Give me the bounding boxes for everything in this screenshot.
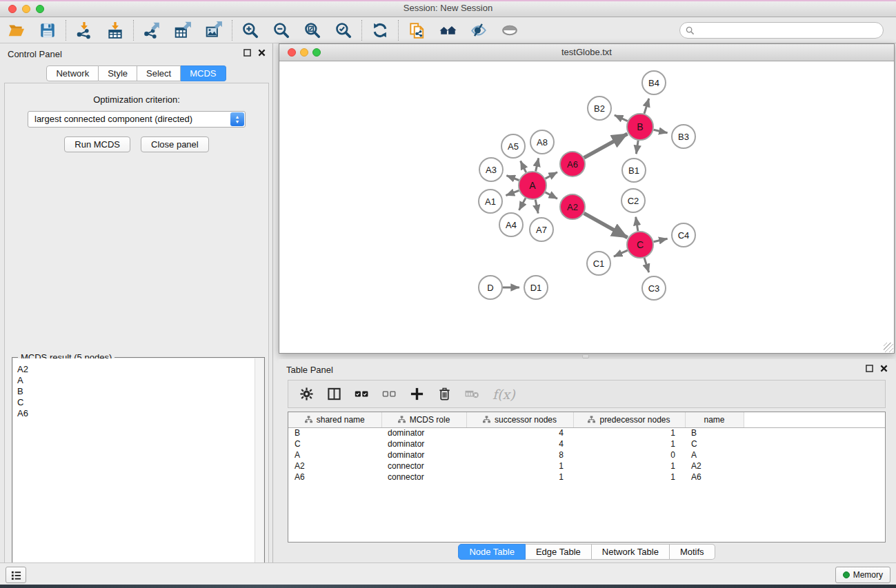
graph-edge-A-A2[interactable] (546, 192, 558, 199)
graph-node-B1[interactable]: B1 (622, 159, 646, 182)
graph-node-B[interactable]: B (627, 114, 653, 140)
table-row[interactable]: Bdominator41B (288, 427, 885, 438)
graph-edge-A-A1[interactable] (506, 190, 519, 195)
node-table[interactable]: shared nameMCDS rolesuccessor nodesprede… (288, 412, 886, 543)
graph-node-C4[interactable]: C4 (672, 223, 695, 247)
graph-edge-A2-C[interactable] (584, 213, 628, 237)
deselect-all-icon[interactable] (382, 387, 397, 401)
tab-network[interactable]: Network (46, 65, 99, 81)
graph-node-B3[interactable]: B3 (672, 125, 695, 148)
memory-button[interactable]: Memory (835, 567, 890, 583)
graph-edge-A6-B[interactable] (584, 134, 628, 158)
graph-edge-B-B2[interactable] (615, 115, 628, 121)
window-resize-grip[interactable] (884, 343, 893, 352)
open-session-button[interactable] (7, 21, 26, 40)
float-panel-icon[interactable] (866, 365, 873, 372)
table-row[interactable]: A2connector11A2 (288, 460, 885, 472)
graph-edge-A-A3[interactable] (506, 176, 519, 181)
float-panel-icon[interactable] (243, 49, 251, 57)
graph-edge-C-C3[interactable] (644, 258, 649, 272)
close-panel-button[interactable]: Close panel (141, 136, 209, 152)
minimize-traffic-light[interactable] (300, 48, 308, 57)
select-all-checked-icon[interactable] (355, 387, 369, 401)
function-builder-icon[interactable]: f(x) (492, 387, 515, 402)
graph-node-A6[interactable]: A6 (560, 152, 585, 176)
graph-edge-C-C1[interactable] (614, 250, 628, 256)
graph-edge-B-B3[interactable] (654, 130, 668, 133)
close-traffic-light[interactable] (8, 5, 17, 13)
tab-style[interactable]: Style (99, 65, 137, 81)
graph-edge-A-A7[interactable] (535, 200, 538, 214)
import-network-button[interactable] (74, 21, 94, 40)
column-header-name[interactable]: name (685, 412, 744, 427)
column-header-predecessor-nodes[interactable]: predecessor nodes (573, 412, 685, 427)
graph-edge-A-A4[interactable] (519, 198, 526, 210)
graph-edge-A-A5[interactable] (521, 161, 526, 173)
close-traffic-light[interactable] (288, 48, 296, 57)
zoom-in-button[interactable] (241, 21, 260, 40)
graph-node-B4[interactable]: B4 (642, 71, 666, 94)
tab-node-table[interactable]: Node Table (458, 544, 526, 560)
close-panel-icon[interactable] (258, 49, 266, 57)
graph-edge-A-A8[interactable] (536, 158, 539, 171)
graph-node-C[interactable]: C (627, 232, 653, 258)
graph-node-A3[interactable]: A3 (479, 158, 503, 181)
table-row[interactable]: A6connector11A6 (288, 472, 885, 483)
zoom-selected-button[interactable] (334, 21, 353, 40)
export-network-button[interactable] (142, 21, 161, 40)
clone-network-button[interactable] (407, 21, 426, 40)
table-row[interactable]: Cdominator41C (288, 438, 885, 449)
hide-selected-button[interactable] (469, 21, 488, 40)
zoom-out-button[interactable] (272, 21, 291, 40)
tab-select[interactable]: Select (137, 65, 181, 81)
graph-node-C2[interactable]: C2 (621, 189, 645, 212)
import-table-button[interactable] (106, 21, 125, 40)
graph-node-D1[interactable]: D1 (524, 276, 548, 299)
mcds-result-list[interactable]: A2ABCA6 (13, 358, 263, 588)
graph-node-D[interactable]: D (479, 276, 502, 299)
horizontal-splitter-handle[interactable] (582, 354, 589, 358)
table-row[interactable]: Adominator80A (288, 449, 885, 460)
save-session-button[interactable] (38, 21, 57, 40)
show-eye-button[interactable] (500, 21, 519, 40)
column-header-MCDS-role[interactable]: MCDS role (381, 412, 466, 427)
column-header-successor-nodes[interactable]: successor nodes (466, 412, 573, 427)
zoom-traffic-light[interactable] (36, 5, 44, 13)
apply-layout-button[interactable] (370, 21, 390, 40)
graph-edge-A-A6[interactable] (546, 172, 558, 179)
graph-edge-B-B1[interactable] (636, 141, 638, 154)
graph-node-A7[interactable]: A7 (530, 218, 553, 241)
graph-node-A4[interactable]: A4 (499, 213, 523, 236)
tab-network-table[interactable]: Network Table (592, 544, 670, 560)
graph-node-A2[interactable]: A2 (560, 194, 585, 219)
export-table-button[interactable] (173, 21, 192, 40)
graph-node-A1[interactable]: A1 (479, 190, 502, 213)
tab-mcds[interactable]: MCDS (181, 65, 226, 81)
network-window-titlebar[interactable]: testGlobe.txt (279, 44, 894, 61)
column-header-shared-name[interactable]: shared name (288, 412, 381, 427)
graph-node-A8[interactable]: A8 (530, 130, 554, 154)
task-history-button[interactable] (6, 567, 26, 583)
add-column-icon[interactable] (410, 387, 424, 401)
run-mcds-button[interactable]: Run MCDS (64, 136, 130, 152)
graph-node-A[interactable]: A (519, 172, 546, 199)
split-columns-icon[interactable] (327, 387, 341, 401)
close-panel-icon[interactable] (880, 365, 888, 372)
search-input[interactable] (695, 23, 883, 37)
delete-column-icon[interactable] (437, 387, 452, 401)
graph-node-C1[interactable]: C1 (587, 252, 610, 275)
gear-icon[interactable] (299, 387, 314, 401)
graph-node-B2[interactable]: B2 (588, 97, 611, 120)
home-button[interactable] (438, 21, 457, 40)
tab-motifs[interactable]: Motifs (670, 544, 715, 560)
graph-node-C3[interactable]: C3 (642, 276, 666, 300)
network-canvas[interactable]: B4B2BB3A8A5A6A3B1AA1C2A2A4A7C4CC1C3DD1 (279, 61, 894, 353)
export-image-button[interactable] (204, 21, 223, 40)
graph-edge-C-C4[interactable] (654, 239, 668, 242)
result-scrollbar[interactable] (255, 358, 263, 588)
zoom-fit-button[interactable] (303, 21, 322, 40)
graph-edge-B-B4[interactable] (644, 99, 649, 114)
search-field[interactable] (679, 22, 884, 39)
minimize-traffic-light[interactable] (22, 5, 30, 13)
graph-node-A5[interactable]: A5 (501, 134, 525, 158)
